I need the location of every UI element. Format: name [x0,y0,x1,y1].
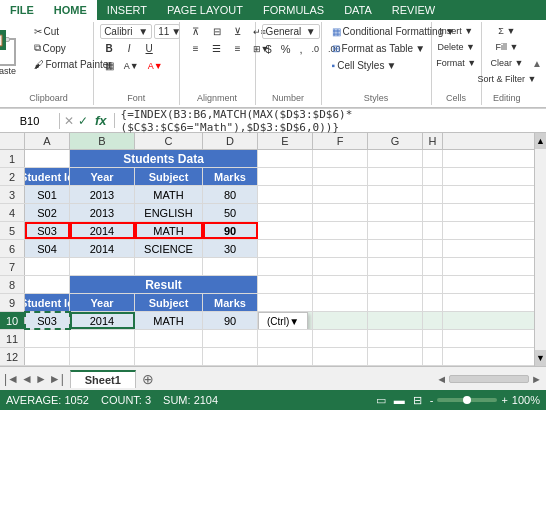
format-button[interactable]: Format ▼ [432,56,480,70]
cell-g9[interactable] [368,294,423,311]
cell-b12[interactable] [70,348,135,365]
cell-b8[interactable]: Result [70,276,258,293]
cell-c2[interactable]: Subject [135,168,203,185]
ctrl-tooltip[interactable]: (Ctrl)▼ [258,312,308,329]
cell-a9[interactable]: Student Id [25,294,70,311]
cell-b11[interactable] [70,330,135,347]
font-size-dropdown[interactable]: 11 ▼ [154,24,180,39]
cell-f4[interactable] [313,204,368,221]
cell-f7[interactable] [313,258,368,275]
page-layout-view-button[interactable]: ▬ [394,394,405,406]
cell-f12[interactable] [313,348,368,365]
fill-button[interactable]: Fill ▼ [491,40,522,54]
scroll-up-button[interactable]: ▲ [535,133,546,149]
sheet-nav-last[interactable]: ►| [49,372,64,386]
cell-g1[interactable] [368,150,423,167]
align-right-button[interactable]: ≡ [228,41,248,56]
cell-h1[interactable] [423,150,443,167]
cell-reference-box[interactable]: B10 [0,113,60,129]
tab-data[interactable]: DATA [334,0,382,20]
delete-button[interactable]: Delete ▼ [433,40,478,54]
format-table-button[interactable]: ⊞ Format as Table ▼ [328,41,429,56]
cell-b9[interactable]: Year [70,294,135,311]
cell-c3[interactable]: MATH [135,186,203,203]
cell-e11[interactable] [258,330,313,347]
cell-e5[interactable] [258,222,313,239]
page-break-view-button[interactable]: ⊟ [413,394,422,407]
cell-e3[interactable] [258,186,313,203]
cell-f11[interactable] [313,330,368,347]
fx-icon[interactable]: fx [95,113,107,128]
cell-b4[interactable]: 2013 [70,204,135,221]
cell-g8[interactable] [368,276,423,293]
cell-a4[interactable]: S02 [25,204,70,221]
cell-c12[interactable] [135,348,203,365]
cell-e4[interactable] [258,204,313,221]
row-num-10[interactable]: 10 [0,312,25,329]
cell-f2[interactable] [313,168,368,185]
tab-review[interactable]: REVIEW [382,0,445,20]
tab-formulas[interactable]: FORMULAS [253,0,334,20]
cell-h10[interactable] [423,312,443,329]
paste-button[interactable]: 📋 Paste [0,24,28,82]
cell-styles-button[interactable]: ▪ Cell Styles ▼ [328,58,401,73]
confirm-formula-icon[interactable]: ✓ [78,114,88,128]
row-num-12[interactable]: 12 [0,348,25,365]
cell-f3[interactable] [313,186,368,203]
cell-c6[interactable]: SCIENCE [135,240,203,257]
tab-page-layout[interactable]: PAGE LAYOUT [157,0,253,20]
align-middle-button[interactable]: ⊟ [207,24,227,39]
col-header-e[interactable]: E [258,133,313,149]
cell-e7[interactable] [258,258,313,275]
cell-b7[interactable] [70,258,135,275]
cell-b5[interactable]: 2014 [70,222,135,239]
cell-h3[interactable] [423,186,443,203]
cell-e10[interactable]: (Ctrl)▼ [258,312,313,329]
cell-e1[interactable] [258,150,313,167]
col-header-b[interactable]: B [70,133,135,149]
cell-d2[interactable]: Marks [203,168,258,185]
cell-b1[interactable]: Students Data [70,150,258,167]
row-num-11[interactable]: 11 [0,330,25,347]
cell-g3[interactable] [368,186,423,203]
h-scroll-right[interactable]: ► [531,373,542,385]
cell-e6[interactable] [258,240,313,257]
cell-d10[interactable]: 90 [203,312,258,329]
cell-d3[interactable]: 80 [203,186,258,203]
cell-a6[interactable]: S04 [25,240,70,257]
tab-insert[interactable]: INSERT [97,0,157,20]
cell-c10[interactable]: MATH [135,312,203,329]
cell-d6[interactable]: 30 [203,240,258,257]
percent-button[interactable]: % [277,41,295,57]
cell-b3[interactable]: 2013 [70,186,135,203]
zoom-out-button[interactable]: - [430,394,434,406]
row-num-9[interactable]: 9 [0,294,25,311]
cell-d12[interactable] [203,348,258,365]
cell-g5[interactable] [368,222,423,239]
insert-button[interactable]: Insert ▼ [435,24,477,38]
sheet-nav-prev[interactable]: ◄ [21,372,33,386]
cell-d5[interactable]: 90 [203,222,258,239]
cell-e2[interactable] [258,168,313,185]
cell-g6[interactable] [368,240,423,257]
cell-g4[interactable] [368,204,423,221]
add-sheet-button[interactable]: ⊕ [138,370,158,388]
underline-button[interactable]: U [140,41,158,56]
cell-h7[interactable] [423,258,443,275]
cell-f9[interactable] [313,294,368,311]
row-num-2[interactable]: 2 [0,168,25,185]
cell-h6[interactable] [423,240,443,257]
cell-b10[interactable]: 2014 [70,312,135,329]
cell-c4[interactable]: ENGLISH [135,204,203,221]
align-top-button[interactable]: ⊼ [186,24,206,39]
cell-c9[interactable]: Subject [135,294,203,311]
cell-d9[interactable]: Marks [203,294,258,311]
row-num-4[interactable]: 4 [0,204,25,221]
currency-button[interactable]: $ [262,41,276,57]
cell-a5[interactable]: S03 [25,222,70,239]
row-num-8[interactable]: 8 [0,276,25,293]
cell-g12[interactable] [368,348,423,365]
sheet-nav-first[interactable]: |◄ [4,372,19,386]
comma-button[interactable]: , [296,41,307,57]
cell-h11[interactable] [423,330,443,347]
